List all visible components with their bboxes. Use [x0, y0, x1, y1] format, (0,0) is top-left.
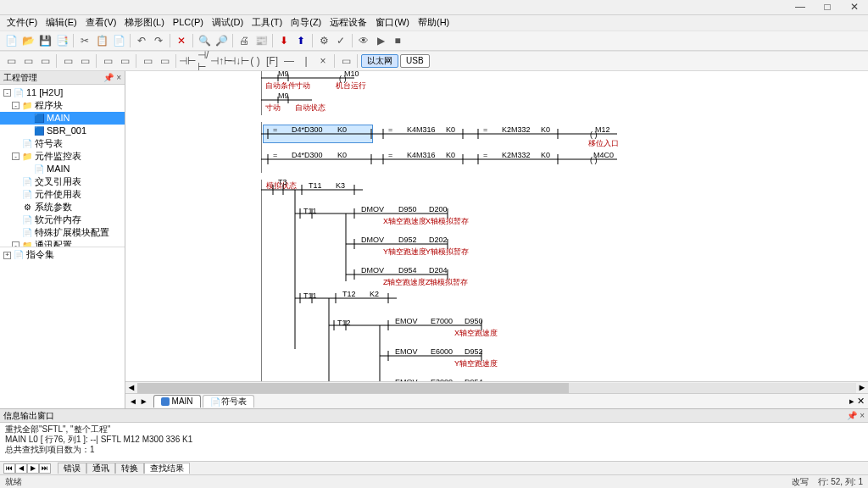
zoom-icon[interactable]: 🔎 — [214, 33, 229, 48]
menu-file[interactable]: 文件(F) — [3, 16, 41, 29]
coil-icon[interactable]: ( ) — [248, 53, 263, 69]
tree-node[interactable]: +📄指令集 — [0, 249, 125, 262]
svg-text:=: = — [388, 151, 392, 159]
max-button[interactable]: □ — [817, 2, 837, 14]
menu-debug[interactable]: 调试(D) — [209, 16, 247, 29]
menu-wizard[interactable]: 向导(Z) — [287, 16, 325, 29]
svg-text:K2M332: K2M332 — [502, 125, 531, 134]
tree-node[interactable]: -📁程序块 — [0, 99, 125, 112]
saveall-icon[interactable]: 📑 — [54, 33, 70, 48]
menu-window[interactable]: 窗口(W) — [372, 16, 413, 29]
tb2-8[interactable]: ▭ — [140, 53, 155, 69]
func-icon[interactable]: [F] — [264, 53, 280, 69]
tb2-5[interactable]: ▭ — [77, 53, 92, 69]
min-button[interactable]: — — [790, 2, 810, 14]
tree-node[interactable]: 📄软元件内存 — [0, 214, 125, 226]
svg-text:E3000: E3000 — [431, 378, 453, 381]
output-body[interactable]: 重找全部"SFTL", "整个工程"MAIN L0 [ 行76, 列1 ]: -… — [0, 423, 868, 461]
undo-icon[interactable]: ↶ — [134, 33, 149, 48]
tree-node[interactable]: -📁元件监控表 — [0, 150, 125, 163]
output-tab-error[interactable]: 错误 — [58, 463, 86, 474]
run-icon[interactable]: ▶ — [373, 33, 388, 48]
del-icon[interactable]: × — [315, 53, 331, 69]
tb2-7[interactable]: ▭ — [117, 53, 132, 69]
tree-node[interactable]: 📄交叉引用表 — [0, 175, 125, 188]
panel-close-icon[interactable]: × — [116, 73, 121, 82]
ladder-canvas[interactable]: M9 M10 ( ) 自动条件 寸动 机台运行 M9 寸动 自动状态 =D4*D… — [125, 71, 868, 381]
lbl-m9b: M9 — [278, 92, 289, 100]
conn-ethernet[interactable]: 以太网 — [361, 54, 398, 68]
tab-symbol[interactable]: 📄符号表 — [203, 395, 254, 408]
lbl-auto-status: 自动状态 — [295, 103, 326, 112]
cut-icon[interactable]: ✂ — [77, 33, 92, 48]
tree-node[interactable]: 📄元件使用表 — [0, 188, 125, 201]
tree-node[interactable]: -📄11 [H2U] — [0, 86, 125, 99]
new-icon[interactable]: 📄 — [3, 33, 19, 48]
menu-ladder[interactable]: 梯形图(L) — [121, 16, 167, 29]
find-icon[interactable]: 🔍 — [197, 33, 212, 48]
svg-text:D202: D202 — [429, 236, 448, 244]
menu-plc[interactable]: PLC(P) — [170, 16, 207, 29]
svg-text:T3: T3 — [278, 180, 287, 186]
tab-close-icon[interactable]: ▸ ✕ — [849, 396, 865, 407]
tree-node[interactable]: 📄MAIN — [0, 163, 125, 175]
tb2-1[interactable]: ▭ — [3, 53, 19, 69]
tree-node[interactable]: 📄符号表 — [0, 137, 125, 150]
contact-no-icon[interactable]: ⊣⊢ — [180, 53, 195, 69]
tree-node[interactable]: -📁通讯配置 — [0, 239, 125, 247]
lbl-m9: M9 — [278, 71, 289, 78]
save-icon[interactable]: 💾 — [37, 33, 53, 48]
upload-icon[interactable]: ⬆ — [293, 33, 309, 48]
tb2-2[interactable]: ▭ — [20, 53, 36, 69]
pin-icon[interactable]: 📌 — [103, 73, 114, 82]
output-pin-icon[interactable]: 📌 — [847, 411, 857, 420]
tb2-6[interactable]: ▭ — [100, 53, 115, 69]
tb2-4[interactable]: ▭ — [60, 53, 75, 69]
delete-icon[interactable]: ✕ — [174, 33, 189, 48]
menu-view[interactable]: 查看(V) — [82, 16, 120, 29]
compile-icon[interactable]: ⚙ — [316, 33, 331, 48]
menu-help[interactable]: 帮助(H) — [415, 16, 453, 29]
tree-node[interactable]: 🟦SBR_001 — [0, 125, 125, 137]
output-close-icon[interactable]: × — [860, 411, 865, 420]
hline-icon[interactable]: — — [281, 53, 297, 69]
open-icon[interactable]: 📂 — [20, 33, 36, 48]
tb2-3[interactable]: ▭ — [37, 53, 53, 69]
tb2-9[interactable]: ▭ — [157, 53, 172, 69]
instruction-tree[interactable]: +📄指令集 — [0, 247, 125, 409]
download-icon[interactable]: ⬇ — [276, 33, 292, 48]
project-panel-title: 工程管理 — [3, 73, 37, 83]
stop-icon[interactable]: ■ — [390, 33, 405, 48]
copy-icon[interactable]: 📋 — [94, 33, 109, 48]
svg-text:K2: K2 — [370, 290, 379, 298]
contact-n-icon[interactable]: ⊣↓⊢ — [231, 53, 246, 69]
verify-icon[interactable]: ✓ — [333, 33, 348, 48]
output-tab-convert[interactable]: 转换 — [115, 463, 144, 474]
tree-node[interactable]: 📄特殊扩展模块配置 — [0, 226, 125, 239]
project-tree[interactable]: -📄11 [H2U]-📁程序块🟦MAIN🟦SBR_001📄符号表-📁元件监控表📄… — [0, 85, 125, 247]
menu-remote[interactable]: 远程设备 — [326, 16, 370, 29]
vline-icon[interactable]: | — [298, 53, 314, 69]
title-bar: — □ ✕ — [0, 0, 868, 15]
svg-text:D954: D954 — [398, 266, 417, 274]
tree-node[interactable]: ⚙系统参数 — [0, 201, 125, 214]
horizontal-scrollbar[interactable]: ◄ ► — [125, 381, 868, 393]
svg-text:X轴模拟暂存: X轴模拟暂存 — [426, 217, 469, 225]
monitor-icon[interactable]: 👁 — [356, 33, 371, 48]
menu-tools[interactable]: 工具(T) — [248, 16, 286, 29]
output-tab-comm[interactable]: 通讯 — [86, 463, 115, 474]
svg-text:EMOV: EMOV — [395, 378, 418, 381]
menu-bar: 文件(F) 编辑(E) 查看(V) 梯形图(L) PLC(P) 调试(D) 工具… — [0, 15, 868, 30]
tree-node[interactable]: 🟦MAIN — [0, 112, 125, 125]
preview-icon[interactable]: 📰 — [253, 33, 269, 48]
close-button[interactable]: ✕ — [844, 2, 865, 14]
print-icon[interactable]: 🖨 — [236, 33, 252, 48]
output-nav-controls[interactable]: ⏮◀▶⏭ — [3, 463, 51, 474]
tab-main[interactable]: MAIN — [153, 395, 201, 408]
menu-edit[interactable]: 编辑(E) — [42, 16, 81, 29]
redo-icon[interactable]: ↷ — [151, 33, 166, 48]
conn-usb[interactable]: USB — [400, 54, 430, 68]
extra-icon[interactable]: ▭ — [338, 53, 353, 69]
paste-icon[interactable]: 📄 — [111, 33, 126, 48]
output-tab-find[interactable]: 查找结果 — [144, 463, 190, 474]
